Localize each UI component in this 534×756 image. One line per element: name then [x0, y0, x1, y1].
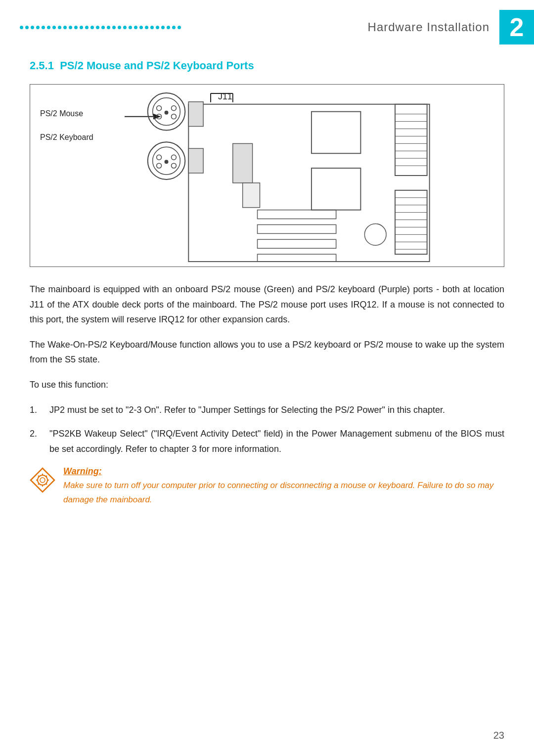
chapter-title: Hardware Installation	[368, 20, 490, 34]
paragraph-3: To use this function:	[30, 377, 504, 393]
list-text-2: "PS2KB Wakeup Select" ("IRQ/Event Activi…	[49, 426, 504, 456]
section-title: 2.5.1 PS/2 Mouse and PS/2 Keyboard Ports	[30, 59, 504, 72]
list-item-2: 2. "PS2KB Wakeup Select" ("IRQ/Event Act…	[30, 426, 504, 456]
svg-line-58	[46, 476, 47, 477]
svg-line-59	[38, 484, 39, 485]
svg-point-3	[157, 106, 162, 111]
svg-point-12	[157, 163, 162, 168]
svg-rect-22	[395, 104, 427, 176]
svg-rect-42	[233, 143, 253, 183]
diagram-labels: PS/2 Mouse PS/2 Keyboard	[30, 85, 109, 142]
numbered-list: 1. JP2 must be set to "2-3 On". Refer to…	[30, 402, 504, 457]
warning-box: Warning: Make sure to turn off your comp…	[30, 466, 504, 507]
diagram-container: PS/2 Mouse PS/2 Keyboard	[30, 84, 504, 267]
svg-line-57	[46, 484, 47, 485]
svg-point-4	[171, 106, 176, 111]
warning-content: Warning: Make sure to turn off your comp…	[63, 466, 504, 507]
svg-rect-44	[258, 210, 336, 219]
warning-icon	[30, 467, 55, 493]
svg-line-56	[38, 476, 39, 477]
svg-point-7	[165, 111, 169, 115]
diagram-svg: J11	[109, 85, 504, 267]
svg-rect-45	[258, 224, 336, 233]
svg-point-14	[165, 160, 169, 164]
svg-marker-49	[31, 468, 54, 492]
list-num-2: 2.	[30, 426, 49, 442]
svg-rect-21	[188, 148, 203, 173]
page-number: 23	[493, 730, 504, 741]
svg-point-48	[364, 223, 386, 245]
svg-rect-41	[312, 168, 360, 210]
page-header: Hardware Installation 2	[0, 10, 534, 44]
svg-text:J11: J11	[218, 91, 232, 101]
svg-point-13	[171, 163, 176, 168]
svg-point-51	[40, 478, 45, 483]
header-dots	[20, 25, 360, 29]
paragraph-1: The mainboard is equipped with an onboar…	[30, 282, 504, 327]
svg-rect-43	[243, 183, 260, 208]
ps2-keyboard-label: PS/2 Keyboard	[40, 133, 104, 142]
svg-point-10	[157, 155, 162, 160]
ps2-mouse-label: PS/2 Mouse	[40, 109, 104, 118]
chapter-number: 2	[499, 10, 534, 44]
svg-point-11	[171, 155, 176, 160]
warning-title: Warning:	[63, 466, 504, 477]
svg-rect-47	[258, 254, 336, 262]
svg-rect-31	[395, 190, 427, 254]
svg-rect-46	[258, 239, 336, 248]
svg-point-6	[171, 114, 176, 119]
svg-rect-40	[312, 112, 360, 154]
warning-text: Make sure to turn off your computer prio…	[63, 479, 504, 507]
list-num-1: 1.	[30, 402, 49, 418]
content-area: The mainboard is equipped with an onboar…	[30, 282, 504, 393]
list-text-1: JP2 must be set to "2-3 On". Refer to "J…	[49, 402, 504, 418]
svg-rect-19	[188, 104, 429, 262]
svg-rect-20	[188, 102, 203, 127]
paragraph-2: The Wake-On-PS/2 Keyboard/Mouse function…	[30, 337, 504, 367]
list-item-1: 1. JP2 must be set to "2-3 On". Refer to…	[30, 402, 504, 418]
